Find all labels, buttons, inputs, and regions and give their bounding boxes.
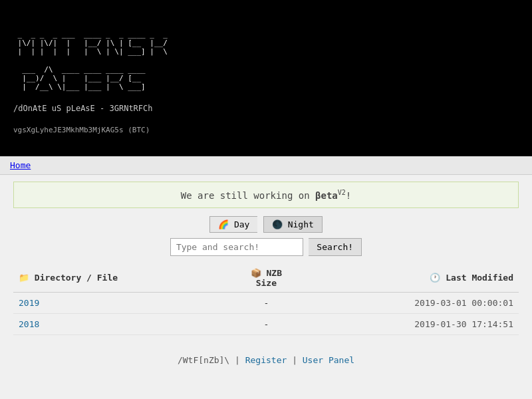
table-header-row: 📁 Directory / File 📦 NZBSize 🕐 Last Modi…: [13, 264, 519, 293]
table-row: 2018 - 2019-01-30 17:14:51: [13, 313, 519, 334]
footer-sep2: |: [292, 355, 303, 365]
clock-icon: 🕐: [430, 273, 440, 283]
table-row: 2019 - 2019-03-01 00:00:01: [13, 292, 519, 313]
day-icon: 🌈: [218, 219, 229, 229]
breadcrumb: Home: [0, 156, 532, 175]
row-size: -: [225, 313, 307, 334]
user-panel-link[interactable]: User Panel: [303, 355, 354, 365]
register-link[interactable]: Register: [245, 355, 287, 365]
day-label: Day: [234, 219, 249, 229]
day-button[interactable]: 🌈 Day: [209, 216, 257, 233]
beta-label: βeta: [315, 190, 338, 201]
beta-notice: We are still working on βetaV2!: [13, 182, 519, 208]
search-button[interactable]: Search!: [309, 238, 362, 256]
footer-sep1: |: [235, 355, 245, 365]
night-label: Night: [288, 219, 314, 229]
beta-suffix: !: [346, 190, 351, 201]
file-link[interactable]: 2018: [19, 319, 39, 329]
footer: /WtF[nZb]\ | Register | User Panel: [0, 355, 532, 365]
row-modified: 2019-01-30 17:14:51: [307, 313, 519, 334]
night-icon: 🌑: [272, 219, 283, 229]
file-table: 📁 Directory / File 📦 NZBSize 🕐 Last Modi…: [13, 264, 519, 335]
file-link[interactable]: 2019: [19, 298, 39, 308]
home-link[interactable]: Home: [10, 160, 31, 170]
beta-prefix: We are still working on: [181, 190, 315, 201]
row-size: -: [225, 292, 307, 313]
search-row: Search!: [0, 238, 532, 256]
ascii-art: _ _ _ _ ___ ____ _ _ ____ _ _ |\/| |\/| …: [13, 21, 519, 92]
beta-version: V2: [338, 189, 346, 196]
btc-address: vgsXgLyheJE3MkhMb3MjKAG5s (BTC): [13, 126, 519, 135]
theme-controls: 🌈 Day 🌑 Night: [0, 216, 532, 233]
folder-icon: 📁: [19, 273, 29, 283]
row-name: 2019: [13, 292, 225, 313]
nzb-icon: 📦: [251, 268, 261, 278]
ascii-banner: _ _ _ _ ___ ____ _ _ ____ _ _ |\/| |\/| …: [0, 0, 532, 156]
donate-text: /dOnAtE uS pLeAsE - 3GRNtRFCh: [13, 104, 519, 114]
site-name: /WtF[nZb]\: [178, 355, 229, 365]
column-header-modified: 🕐 Last Modified: [307, 264, 519, 293]
column-header-nzb: 📦 NZBSize: [225, 264, 307, 293]
search-input[interactable]: [170, 238, 303, 256]
row-modified: 2019-03-01 00:00:01: [307, 292, 519, 313]
row-name: 2018: [13, 313, 225, 334]
column-header-name: 📁 Directory / File: [13, 264, 225, 293]
night-button[interactable]: 🌑 Night: [263, 216, 323, 233]
